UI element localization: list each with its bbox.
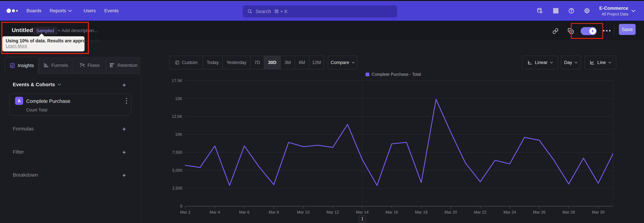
compare-dropdown[interactable]: Compare bbox=[328, 56, 358, 69]
tab-flows[interactable]: Flows bbox=[72, 57, 106, 74]
settings-gear-icon[interactable] bbox=[584, 8, 590, 14]
funnels-bars-icon bbox=[43, 62, 49, 68]
search-input[interactable]: Search ⌘ + K bbox=[243, 5, 397, 18]
section-breakdown[interactable]: Breakdown bbox=[13, 172, 38, 178]
sampling-toggle[interactable] bbox=[580, 27, 597, 35]
granularity-label: Day bbox=[564, 60, 572, 65]
range-3m[interactable]: 3M bbox=[281, 56, 295, 69]
nav-item-users[interactable]: Users bbox=[84, 1, 96, 21]
report-title[interactable]: Untitled bbox=[12, 27, 33, 33]
svg-text:Mar 20: Mar 20 bbox=[444, 210, 457, 214]
section-filter[interactable]: Filter bbox=[13, 149, 24, 155]
tab-retention[interactable]: Retention bbox=[106, 57, 140, 74]
tab-funnels[interactable]: Funnels bbox=[38, 57, 72, 74]
line-chart-icon bbox=[590, 60, 595, 65]
mixpanel-logo-icon[interactable] bbox=[6, 1, 19, 21]
svg-text:Mar 16: Mar 16 bbox=[386, 210, 398, 214]
sidebar-right-border bbox=[142, 74, 142, 223]
help-icon[interactable] bbox=[568, 8, 574, 14]
project-name: E-Commerce bbox=[596, 5, 628, 12]
add-event-button[interactable]: + bbox=[120, 81, 128, 89]
flows-icon bbox=[79, 62, 85, 68]
chart-type-label: Line bbox=[597, 60, 606, 65]
svg-text:Mar 18: Mar 18 bbox=[415, 210, 428, 214]
scale-label: Linear bbox=[535, 60, 548, 65]
range-7d[interactable]: 7D bbox=[250, 56, 264, 69]
data-management-icon[interactable] bbox=[536, 8, 543, 14]
save-button[interactable]: Save bbox=[619, 24, 636, 35]
learn-more-link[interactable]: Learn More bbox=[6, 44, 81, 48]
app-window: Boards Reports Users Events Search ⌘ + K bbox=[0, 0, 644, 223]
retention-dots-icon bbox=[109, 62, 115, 68]
events-cohorts-header[interactable]: Events & Cohorts bbox=[13, 82, 61, 87]
svg-text:7,500: 7,500 bbox=[172, 150, 182, 155]
add-filter-button[interactable]: + bbox=[120, 149, 128, 156]
svg-text:17.5K: 17.5K bbox=[172, 78, 182, 83]
scale-dropdown[interactable]: Linear bbox=[522, 56, 558, 69]
event-kebab-menu-icon[interactable] bbox=[126, 97, 128, 104]
project-chevron-down-icon[interactable] bbox=[631, 10, 636, 12]
pagination-page-1[interactable]: 1 bbox=[358, 215, 366, 223]
add-description-button[interactable]: + Add description... bbox=[58, 28, 98, 33]
insights-chart-icon bbox=[10, 62, 16, 69]
nav-item-label: Boards bbox=[26, 8, 42, 14]
search-shortcut: ⌘ + K bbox=[274, 9, 288, 14]
project-selector[interactable]: E-Commerce All Project Data bbox=[596, 5, 628, 17]
nav-item-boards[interactable]: Boards bbox=[26, 1, 42, 21]
svg-text:Mar 22: Mar 22 bbox=[474, 210, 486, 214]
link-icon[interactable] bbox=[552, 28, 558, 34]
compare-label: Compare bbox=[330, 60, 349, 65]
more-ellipsis-icon[interactable] bbox=[602, 30, 611, 32]
range-label: Custom bbox=[182, 60, 198, 65]
range-12m[interactable]: 12M bbox=[309, 56, 324, 69]
svg-text:5,000: 5,000 bbox=[172, 168, 182, 173]
nav-item-label: Events bbox=[104, 8, 119, 14]
svg-text:Mar 26: Mar 26 bbox=[533, 210, 546, 214]
lightning-bolt-icon bbox=[590, 29, 595, 33]
svg-text:Mar 24: Mar 24 bbox=[504, 210, 516, 214]
legend-swatch bbox=[366, 73, 369, 76]
apps-grid-icon[interactable] bbox=[552, 8, 559, 14]
svg-text:Mar 12: Mar 12 bbox=[326, 210, 339, 214]
chevron-down-icon bbox=[352, 62, 355, 64]
range-30d[interactable]: 30D bbox=[264, 56, 281, 69]
event-letter: A bbox=[18, 98, 21, 103]
tooltip-text: Using 10% of data. Results are approxima… bbox=[6, 38, 81, 44]
nav-item-label: Reports bbox=[50, 8, 66, 14]
tab-insights[interactable]: Insights bbox=[5, 57, 38, 74]
range-today[interactable]: Today bbox=[203, 56, 223, 69]
copy-add-icon[interactable] bbox=[568, 28, 574, 34]
svg-text:Mar 10: Mar 10 bbox=[297, 210, 310, 214]
range-6m[interactable]: 6M bbox=[295, 56, 309, 69]
svg-text:Mar 30: Mar 30 bbox=[592, 210, 604, 214]
granularity-dropdown[interactable]: Day bbox=[561, 56, 580, 69]
svg-text:Mar 8: Mar 8 bbox=[269, 210, 279, 214]
search-placeholder: Search bbox=[256, 9, 271, 14]
chevron-down-icon bbox=[58, 83, 61, 85]
legend-item[interactable]: Complete Purchase - Total bbox=[366, 72, 421, 77]
range-custom[interactable]: Custom bbox=[170, 56, 203, 69]
legend-label: Complete Purchase - Total bbox=[372, 72, 421, 77]
add-formula-button[interactable]: + bbox=[120, 125, 128, 133]
svg-text:10K: 10K bbox=[175, 132, 182, 137]
chart-type-dropdown[interactable]: Line bbox=[584, 56, 616, 69]
top-nav-bar: Boards Reports Users Events Search ⌘ + K bbox=[0, 1, 644, 21]
events-cohorts-label: Events & Cohorts bbox=[13, 82, 55, 87]
tab-label: Funnels bbox=[51, 63, 68, 68]
nav-item-events[interactable]: Events bbox=[104, 1, 119, 21]
sampled-badge[interactable]: Sampled bbox=[33, 27, 58, 35]
svg-text:Mar 4: Mar 4 bbox=[210, 210, 220, 214]
tab-label: Flows bbox=[88, 63, 100, 68]
event-name[interactable]: Complete Purchase bbox=[26, 98, 70, 104]
range-yesterday[interactable]: Yesterday bbox=[223, 56, 250, 69]
event-metric[interactable]: Count Total bbox=[26, 107, 47, 113]
svg-text:2,500: 2,500 bbox=[172, 186, 182, 190]
section-formulas[interactable]: Formulas bbox=[13, 126, 34, 132]
add-breakdown-button[interactable]: + bbox=[120, 172, 128, 179]
chevron-down-icon bbox=[550, 62, 553, 64]
vertical-divider bbox=[614, 25, 614, 36]
chevron-down-icon bbox=[68, 10, 72, 12]
search-icon bbox=[247, 9, 252, 14]
svg-text:Mar 6: Mar 6 bbox=[239, 210, 250, 214]
nav-item-reports[interactable]: Reports bbox=[50, 1, 72, 21]
